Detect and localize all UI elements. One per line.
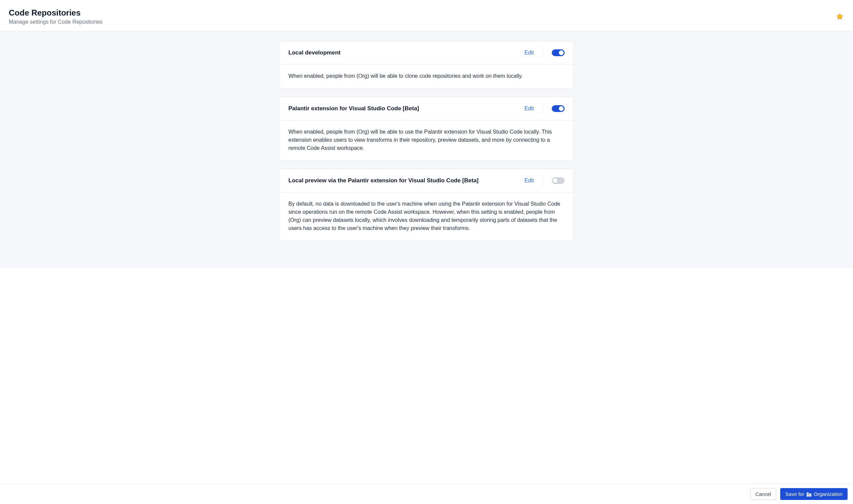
setting-controls: Edit xyxy=(524,104,564,113)
favorite-star-icon[interactable] xyxy=(836,13,843,20)
page-subtitle: Manage settings for Code Repositories xyxy=(9,19,103,25)
setting-description: When enabled, people from (Org) will be … xyxy=(280,121,573,160)
setting-header: Palantir extension for Visual Studio Cod… xyxy=(280,97,573,121)
toggle-local-development[interactable] xyxy=(552,49,564,56)
toggle-palantir-extension[interactable] xyxy=(552,105,564,112)
toggle-knob xyxy=(559,106,563,111)
divider xyxy=(543,176,543,185)
setting-title: Local preview via the Palantir extension… xyxy=(289,177,478,184)
edit-link[interactable]: Edit xyxy=(524,50,543,56)
setting-controls: Edit xyxy=(524,176,564,185)
setting-title: Local development xyxy=(289,49,341,56)
setting-description: By default, no data is downloaded to the… xyxy=(280,193,573,240)
setting-card-palantir-extension: Palantir extension for Visual Studio Cod… xyxy=(279,97,574,161)
setting-card-local-development: Local development Edit When enabled, peo… xyxy=(279,41,574,89)
setting-controls: Edit xyxy=(524,48,564,57)
setting-header: Local development Edit xyxy=(280,41,573,65)
page-title: Code Repositories xyxy=(9,8,103,18)
divider xyxy=(543,104,543,113)
settings-list: Local development Edit When enabled, peo… xyxy=(0,32,853,268)
setting-description: When enabled, people from (Org) will be … xyxy=(280,65,573,88)
header-text: Code Repositories Manage settings for Co… xyxy=(9,8,103,25)
setting-header: Local preview via the Palantir extension… xyxy=(280,169,573,193)
setting-title: Palantir extension for Visual Studio Cod… xyxy=(289,105,419,112)
page-header: Code Repositories Manage settings for Co… xyxy=(0,0,853,32)
edit-link[interactable]: Edit xyxy=(524,106,543,112)
edit-link[interactable]: Edit xyxy=(524,178,543,184)
toggle-local-preview[interactable] xyxy=(552,177,564,184)
setting-card-local-preview: Local preview via the Palantir extension… xyxy=(279,169,574,241)
toggle-knob xyxy=(553,178,557,183)
divider xyxy=(543,48,543,57)
toggle-knob xyxy=(559,50,563,55)
